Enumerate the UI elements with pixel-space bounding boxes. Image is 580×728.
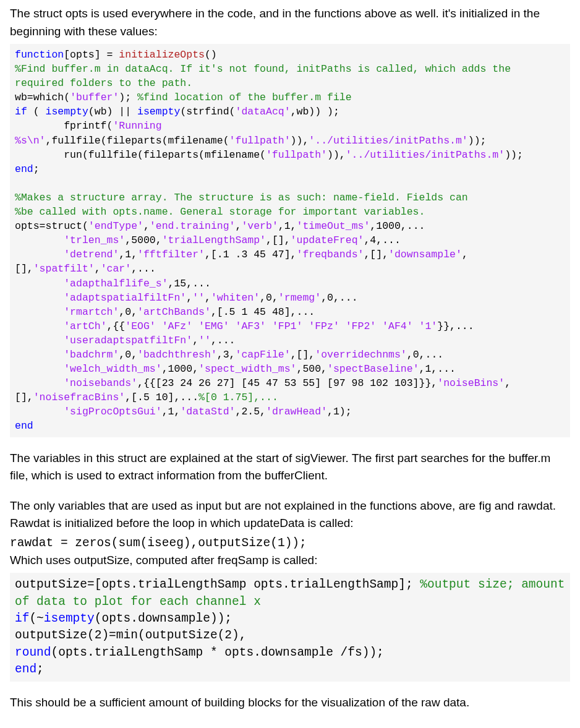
code-token: ,{{[23 24 26 27] [45 47 53 55] [97 98 10… xyxy=(137,377,437,389)
code-token: 'adapthalflife_s' xyxy=(64,278,168,289)
code-token: opts=struct( xyxy=(15,220,88,232)
code-token: 'freqbands' xyxy=(297,249,364,260)
code-token: 'spectBaseline' xyxy=(327,363,419,375)
code-token: ,0, xyxy=(119,349,137,361)
code-token: ); xyxy=(119,92,137,103)
code-token: ,[], xyxy=(291,349,315,361)
code-token: ,1000, xyxy=(162,363,198,375)
code-token: ,1, xyxy=(162,406,181,418)
code-token: 'dataStd' xyxy=(180,406,235,418)
code-token: 'overridechnms' xyxy=(315,349,407,361)
code-token: ,0, xyxy=(260,292,278,304)
code-token: , xyxy=(235,220,241,232)
code-token: 'EOG' 'AFz' 'EMG' 'AF3' 'FP1' 'FPz' 'FP2… xyxy=(125,320,437,332)
code-token: ,3, xyxy=(217,349,236,361)
code-token: ,... xyxy=(131,263,156,275)
code-token: [opts] = xyxy=(64,49,119,61)
code-token: ,fullfile(fileparts(mfilename( xyxy=(46,135,229,147)
code-token xyxy=(15,234,64,246)
code-token: 'artCh' xyxy=(64,320,106,332)
code-token: (opts.downsample)); xyxy=(95,612,232,625)
code-token: 'capFile' xyxy=(236,349,291,361)
code-token: 'downsample' xyxy=(388,249,462,260)
code-token: ,[.1 .3 45 47], xyxy=(205,249,297,260)
code-token: ,[], xyxy=(266,234,291,246)
code-token: ,... xyxy=(211,335,236,346)
code-token: run(fullfile(fileparts(mfilename( xyxy=(15,149,266,161)
code-token: 'car' xyxy=(101,263,132,275)
code-token: ,5000, xyxy=(125,234,161,246)
code-token xyxy=(15,349,64,361)
code-token xyxy=(15,406,64,418)
code-token: ,[.5 1 45 48],... xyxy=(211,306,315,318)
code-token: ; xyxy=(33,163,40,175)
code-token: 'spatfilt' xyxy=(33,263,95,275)
code-token: ,{{ xyxy=(107,320,126,332)
code-token: () xyxy=(205,49,217,61)
code-token: isempty xyxy=(46,106,88,118)
code-token: '' xyxy=(198,335,211,346)
code-token xyxy=(15,320,64,332)
code-token: , xyxy=(95,263,101,275)
code-token: outputSize(2)=min(outputSize(2), xyxy=(15,628,254,642)
code-token: ; xyxy=(36,662,44,676)
code-token: , xyxy=(186,292,192,304)
code-token: isempty xyxy=(137,106,180,118)
code-line-rawdat: rawdat = zeros(sum(iseeg),outputSize(1))… xyxy=(10,535,570,552)
code-token: 'endType' xyxy=(88,220,143,232)
intro-paragraph: The struct opts is used everywhere in th… xyxy=(10,5,570,40)
code-token: 'dataAcq' xyxy=(236,106,291,118)
code-token: 'rmartch' xyxy=(64,306,119,318)
code-comment: %Find buffer.m in dataAcq. If it's not f… xyxy=(15,63,517,89)
code-token: 'useradaptspatfiltFn' xyxy=(64,335,192,346)
code-token: 'detrend' xyxy=(64,249,119,260)
code-token: fprintf( xyxy=(15,120,113,132)
code-token: if xyxy=(15,106,27,118)
code-token: 'updateFreq' xyxy=(291,234,364,246)
code-token: ,2.5, xyxy=(236,406,267,418)
code-token: (strfind( xyxy=(180,106,235,118)
code-comment: %[0 1.75],... xyxy=(198,392,278,403)
code-token: (~ xyxy=(29,612,43,625)
code-token: 'welch_width_ms' xyxy=(64,363,161,375)
code-token: ,500, xyxy=(297,363,328,375)
code-comment: %find location of the buffer.m file xyxy=(137,92,352,103)
code-token: 'fftfilter' xyxy=(137,249,205,260)
code-token: 'spect_width_ms' xyxy=(198,363,296,375)
code-token: end xyxy=(15,420,33,432)
code-token: ( xyxy=(27,106,46,118)
code-token: }},... xyxy=(437,320,474,332)
code-token: end xyxy=(15,662,36,676)
code-comment: %Makes a structure array. The structure … xyxy=(15,192,468,203)
code-token: if xyxy=(15,612,29,625)
code-token: ,1, xyxy=(278,220,297,232)
code-token: function xyxy=(15,49,64,61)
code-token: wb=which( xyxy=(15,92,70,103)
code-token: ,1000,... xyxy=(370,220,425,232)
code-token: 'fullpath' xyxy=(266,149,327,161)
code-token: )), xyxy=(291,135,309,147)
code-token: 'noisefracBins' xyxy=(33,392,126,403)
code-token: 'fullpath' xyxy=(229,135,291,147)
code-token xyxy=(15,377,64,389)
code-token: ,wb)) ); xyxy=(291,106,339,118)
code-token: , xyxy=(205,292,211,304)
code-token: '../utilities/initPaths.m' xyxy=(309,135,467,147)
code-token: )), xyxy=(327,149,346,161)
code-token: 'trialLengthSamp' xyxy=(162,234,266,246)
code-token: 'artChBands' xyxy=(137,306,211,318)
code-token: 'whiten' xyxy=(211,292,260,304)
code-token: ,0,... xyxy=(321,292,357,304)
code-token: ,0, xyxy=(119,306,137,318)
code-token xyxy=(15,306,64,318)
code-token: , xyxy=(192,335,198,346)
code-token xyxy=(15,363,64,375)
code-token: )); xyxy=(505,149,523,161)
code-token: 'noiseBins' xyxy=(437,377,505,389)
code-token: isempty xyxy=(44,612,95,625)
code-token: 'rmemg' xyxy=(278,292,321,304)
code-token: ,1); xyxy=(327,406,352,418)
code-token: 'drawHead' xyxy=(266,406,327,418)
body-paragraph: The only variables that are used as inpu… xyxy=(10,497,570,533)
code-token: outputSize=[opts.trialLengthSamp opts.tr… xyxy=(15,578,420,591)
